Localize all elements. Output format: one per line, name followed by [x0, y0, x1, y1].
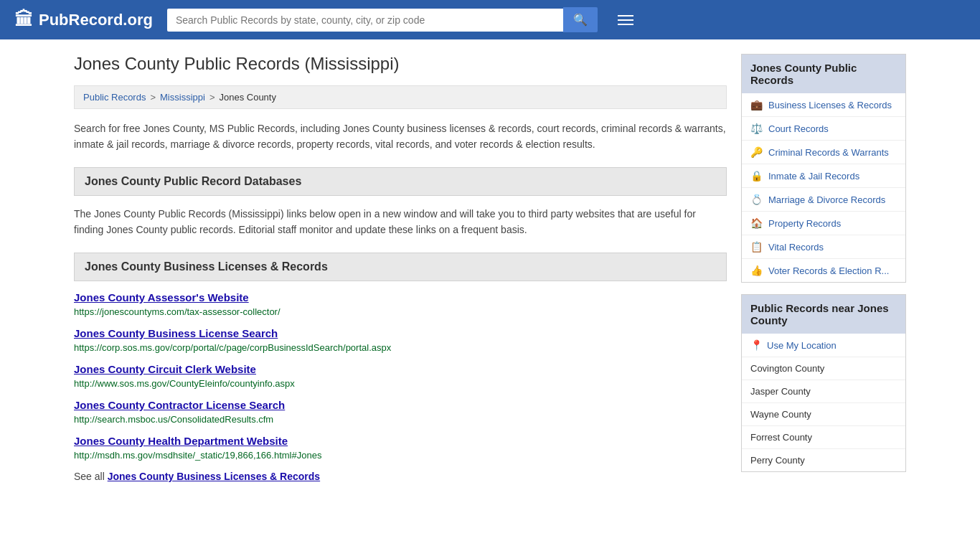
use-location[interactable]: 📍 Use My Location — [742, 334, 905, 357]
nearby-jasper-link[interactable]: Jasper County — [750, 386, 811, 397]
sidebar-item-inmate-label: Inmate & Jail Records — [768, 171, 859, 182]
sidebar-item-inmate[interactable]: 🔒 Inmate & Jail Records — [742, 164, 905, 188]
criminal-icon: 🔑 — [750, 146, 763, 158]
search-input[interactable] — [167, 9, 563, 32]
sidebar-item-property-label: Property Records — [768, 218, 841, 229]
menu-button[interactable] — [618, 15, 633, 25]
business-icon: 💼 — [750, 99, 763, 110]
record-link-title-4[interactable]: Jones County Health Department Website — [74, 435, 727, 447]
nearby-perry-link[interactable]: Perry County — [750, 455, 805, 466]
use-location-label: Use My Location — [767, 340, 837, 351]
breadcrumb-jones-county: Jones County — [219, 92, 276, 103]
nearby-wayne-link[interactable]: Wayne County — [750, 409, 811, 420]
logo[interactable]: 🏛 PubRecord.org — [14, 9, 153, 31]
location-pin-icon: 📍 — [750, 339, 763, 351]
record-link-title-2[interactable]: Jones County Circuit Clerk Website — [74, 363, 727, 375]
record-link-url-2: http://www.sos.ms.gov/CountyEleinfo/coun… — [74, 378, 295, 389]
record-link-title-1[interactable]: Jones County Business License Search — [74, 327, 727, 339]
breadcrumb-mississippi[interactable]: Mississippi — [160, 92, 205, 103]
record-link-url-1: https://corp.sos.ms.gov/corp/portal/c/pa… — [74, 342, 391, 353]
sidebar-item-marriage-label: Marriage & Divorce Records — [768, 194, 885, 205]
menu-line-2 — [618, 19, 633, 21]
record-link-2: Jones County Circuit Clerk Website http:… — [74, 363, 727, 389]
menu-line-3 — [618, 24, 633, 25]
nearby-forrest[interactable]: Forrest County — [742, 426, 905, 449]
sidebar-item-marriage[interactable]: 💍 Marriage & Divorce Records — [742, 188, 905, 212]
page-description: Search for free Jones County, MS Public … — [74, 121, 727, 153]
sidebar-nearby-header: Public Records near Jones County — [742, 295, 905, 334]
record-link-1: Jones County Business License Search htt… — [74, 327, 727, 353]
db-section-desc: The Jones County Public Records (Mississ… — [74, 206, 727, 238]
sidebar-item-court[interactable]: ⚖️ Court Records — [742, 117, 905, 141]
record-link-title-0[interactable]: Jones County Assessor's Website — [74, 291, 727, 303]
sidebar-records-header: Jones County Public Records — [742, 55, 905, 93]
nearby-wayne[interactable]: Wayne County — [742, 403, 905, 426]
see-all: See all Jones County Business Licenses &… — [74, 471, 727, 482]
sidebar-item-business-label: Business Licenses & Records — [768, 100, 892, 110]
sidebar-item-criminal-label: Criminal Records & Warrants — [768, 147, 889, 158]
record-link-4: Jones County Health Department Website h… — [74, 435, 727, 461]
sidebar-item-property[interactable]: 🏠 Property Records — [742, 212, 905, 235]
record-link-title-3[interactable]: Jones County Contractor License Search — [74, 399, 727, 411]
breadcrumb-sep-2: > — [209, 92, 215, 103]
search-area: 🔍 — [167, 7, 598, 32]
sidebar-item-voter[interactable]: 👍 Voter Records & Election R... — [742, 259, 905, 282]
sidebar-item-voter-label: Voter Records & Election R... — [768, 265, 889, 276]
nearby-forrest-link[interactable]: Forrest County — [750, 432, 812, 443]
record-link-url-3: http://search.msboc.us/ConsolidatedResul… — [74, 414, 273, 425]
nearby-covington[interactable]: Covington County — [742, 357, 905, 380]
sidebar-item-business[interactable]: 💼 Business Licenses & Records — [742, 93, 905, 117]
record-link-url-4: http://msdh.ms.gov/msdhsite/_static/19,8… — [74, 450, 321, 461]
breadcrumb-public-records[interactable]: Public Records — [83, 92, 146, 103]
sidebar: Jones County Public Records 💼 Business L… — [741, 54, 906, 484]
marriage-icon: 💍 — [750, 194, 763, 205]
breadcrumb: Public Records > Mississippi > Jones Cou… — [74, 85, 727, 109]
nearby-perry[interactable]: Perry County — [742, 449, 905, 471]
biz-section-header: Jones County Business Licenses & Records — [74, 253, 727, 281]
see-all-link[interactable]: Jones County Business Licenses & Records — [108, 471, 320, 482]
record-link-3: Jones County Contractor License Search h… — [74, 399, 727, 425]
menu-line-1 — [618, 15, 633, 17]
sidebar-item-vital-label: Vital Records — [768, 242, 824, 253]
site-header: 🏛 PubRecord.org 🔍 — [0, 0, 980, 39]
main-container: Jones County Public Records (Mississippi… — [60, 39, 920, 498]
record-link-0: Jones County Assessor's Website https://… — [74, 291, 727, 317]
sidebar-item-vital[interactable]: 📋 Vital Records — [742, 235, 905, 259]
breadcrumb-sep-1: > — [150, 92, 156, 103]
logo-icon: 🏛 — [14, 9, 33, 31]
search-button[interactable]: 🔍 — [563, 7, 598, 32]
vital-icon: 📋 — [750, 241, 763, 253]
content-area: Jones County Public Records (Mississippi… — [74, 54, 727, 484]
sidebar-item-court-label: Court Records — [768, 123, 829, 134]
db-section-header: Jones County Public Record Databases — [74, 167, 727, 196]
sidebar-nearby-box: Public Records near Jones County 📍 Use M… — [741, 294, 906, 472]
logo-text: PubRecord.org — [39, 11, 153, 29]
nearby-jasper[interactable]: Jasper County — [742, 380, 905, 403]
page-title: Jones County Public Records (Mississippi… — [74, 54, 727, 74]
nearby-covington-link[interactable]: Covington County — [750, 363, 824, 374]
record-link-url-0: https://jonescountyms.com/tax-assessor-c… — [74, 306, 281, 317]
voter-icon: 👍 — [750, 265, 763, 276]
property-icon: 🏠 — [750, 217, 763, 229]
sidebar-item-criminal[interactable]: 🔑 Criminal Records & Warrants — [742, 141, 905, 164]
inmate-icon: 🔒 — [750, 170, 763, 182]
sidebar-records-box: Jones County Public Records 💼 Business L… — [741, 54, 906, 283]
court-icon: ⚖️ — [750, 123, 763, 134]
